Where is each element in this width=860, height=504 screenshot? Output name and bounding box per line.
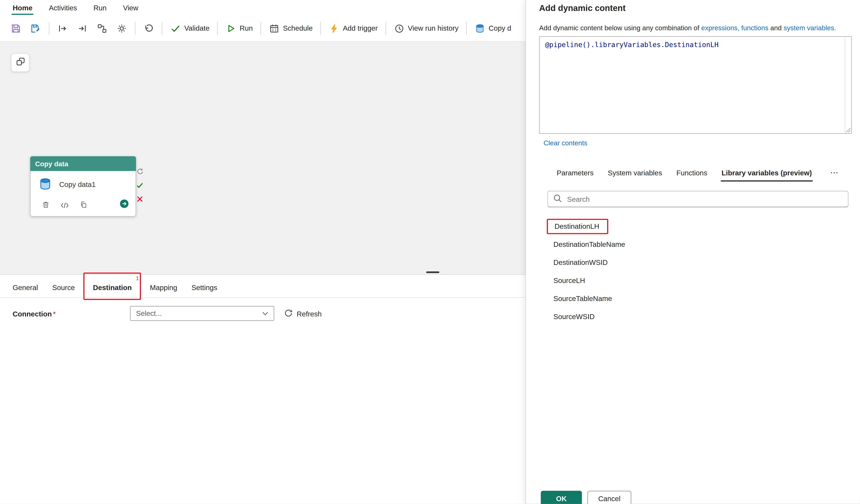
- canvas-tools-button[interactable]: [11, 53, 30, 72]
- history-icon: [394, 23, 405, 34]
- tab-functions[interactable]: Functions: [671, 164, 713, 182]
- copy-data-activity-card[interactable]: Copy data Copy data1: [30, 156, 136, 217]
- redo-icon[interactable]: [136, 168, 144, 176]
- tab-destination[interactable]: Destination 1: [84, 277, 141, 297]
- pipeline-editor-window: Home Activities Run View: [0, 0, 860, 504]
- toolbar-divider: [466, 22, 467, 35]
- tab-library-variables[interactable]: Library variables (preview): [716, 164, 817, 182]
- undo-icon: [143, 23, 154, 34]
- more-options-icon[interactable]: [828, 166, 841, 179]
- view-code-button[interactable]: [60, 201, 69, 211]
- fail-icon: [136, 195, 144, 203]
- activity-body: Copy data1: [30, 171, 136, 217]
- panel-title: Add dynamic content: [539, 3, 626, 13]
- expression-scrollbar[interactable]: [845, 37, 845, 133]
- variable-search-box[interactable]: [547, 191, 848, 207]
- tab-parameters[interactable]: Parameters: [551, 164, 599, 182]
- variable-item-sourcelh[interactable]: SourceLH: [526, 271, 860, 289]
- panel-resize-handle[interactable]: [426, 271, 439, 273]
- toolbar-divider: [162, 22, 162, 35]
- ok-button[interactable]: OK: [541, 491, 582, 504]
- toolbar-divider: [385, 22, 386, 35]
- activity-status-icons: [136, 168, 144, 203]
- expression-text: @pipeline().libraryVariables.Destination…: [540, 37, 851, 53]
- delete-icon: [42, 201, 50, 211]
- success-icon: [136, 182, 144, 189]
- tab-mapping[interactable]: Mapping: [143, 277, 184, 297]
- copy-data-toolbar-label: Copy d: [489, 24, 511, 32]
- connection-select-value: Select...: [136, 309, 162, 318]
- schedule-label: Schedule: [283, 24, 313, 32]
- toolbar-divider: [260, 22, 261, 35]
- add-trigger-icon: [329, 23, 340, 34]
- variable-item-destinationtablename[interactable]: DestinationTableName: [526, 235, 860, 253]
- copy-data-activity-icon: [38, 177, 53, 193]
- required-marker: *: [53, 310, 56, 318]
- tab-settings[interactable]: Settings: [184, 277, 224, 297]
- schedule-button[interactable]: Schedule: [265, 19, 316, 38]
- ribbon-menu-bar: Home Activities Run View: [0, 0, 526, 15]
- library-variables-list: DestinationLH DestinationTableName Desti…: [526, 217, 860, 326]
- system-variables-link[interactable]: system variables.: [784, 24, 836, 32]
- expressions-functions-link[interactable]: expressions, functions: [701, 24, 769, 32]
- schedule-icon: [269, 23, 280, 34]
- tab-general[interactable]: General: [5, 277, 45, 297]
- undo-button[interactable]: [139, 19, 158, 38]
- expression-editor[interactable]: @pipeline().libraryVariables.Destination…: [539, 36, 852, 134]
- canvas-tools-icon: [15, 56, 25, 69]
- variable-item-sourcetablename[interactable]: SourceTableName: [526, 289, 860, 307]
- menu-tab-view[interactable]: View: [115, 0, 147, 15]
- settings-icon: [116, 23, 127, 34]
- dynamic-content-tabs: Parameters System variables Functions Li…: [551, 164, 817, 182]
- search-input[interactable]: [566, 195, 843, 204]
- view-run-history-button[interactable]: View run history: [390, 19, 462, 38]
- toolbar-divider: [320, 22, 321, 35]
- activity-type-label: Copy data: [35, 160, 68, 168]
- cancel-button[interactable]: Cancel: [587, 491, 631, 504]
- copy-data-toolbar-button[interactable]: Copy d: [471, 19, 515, 38]
- step-in-button[interactable]: [53, 19, 72, 38]
- add-next-icon: [119, 199, 129, 211]
- save-as-icon: [30, 23, 41, 34]
- clear-contents-link[interactable]: Clear contents: [544, 139, 587, 147]
- refresh-label: Refresh: [297, 309, 322, 318]
- settings-button[interactable]: [113, 19, 131, 38]
- arrange-button[interactable]: [93, 19, 112, 38]
- code-icon: [60, 201, 69, 211]
- validate-button[interactable]: Validate: [166, 19, 213, 38]
- variable-item-destinationlh[interactable]: DestinationLH: [526, 217, 860, 235]
- delete-activity-button[interactable]: [42, 201, 50, 211]
- add-trigger-button[interactable]: Add trigger: [325, 19, 382, 38]
- save-icon: [10, 23, 21, 34]
- refresh-connections-button[interactable]: Refresh: [284, 306, 321, 321]
- add-next-activity-button[interactable]: [119, 199, 129, 211]
- destination-error-badge: 1: [136, 275, 139, 281]
- variable-item-destinationwsid[interactable]: DestinationWSID: [526, 253, 860, 271]
- add-trigger-label: Add trigger: [343, 24, 378, 32]
- validate-icon: [170, 23, 181, 34]
- pipeline-canvas[interactable]: Copy data Copy data1: [0, 42, 526, 274]
- activity-properties-panel: General Source Destination 1 Mapping Set…: [0, 274, 526, 504]
- run-icon: [225, 23, 236, 34]
- menu-tab-home[interactable]: Home: [4, 0, 41, 15]
- panel-description: Add dynamic content below using any comb…: [539, 24, 836, 32]
- step-out-button[interactable]: [73, 19, 91, 38]
- resize-grip-icon[interactable]: [846, 128, 851, 132]
- menu-tab-run[interactable]: Run: [85, 0, 115, 15]
- menu-tab-activities[interactable]: Activities: [41, 0, 85, 15]
- tab-system-variables[interactable]: System variables: [602, 164, 668, 182]
- duplicate-activity-button[interactable]: [80, 201, 88, 211]
- toolbar-divider: [217, 22, 218, 35]
- tab-source[interactable]: Source: [45, 277, 82, 297]
- connection-select[interactable]: Select...: [130, 306, 274, 321]
- variable-item-sourcewsid[interactable]: SourceWSID: [526, 308, 860, 326]
- toolbar-divider: [49, 22, 49, 35]
- save-as-button[interactable]: [26, 19, 45, 38]
- arrange-icon: [97, 23, 108, 34]
- tab-destination-label: Destination: [93, 283, 132, 291]
- run-button[interactable]: Run: [221, 19, 257, 38]
- activity-actions: [42, 201, 88, 211]
- connection-label: Connection*: [13, 310, 56, 318]
- refresh-icon: [284, 308, 293, 319]
- save-button[interactable]: [6, 19, 25, 38]
